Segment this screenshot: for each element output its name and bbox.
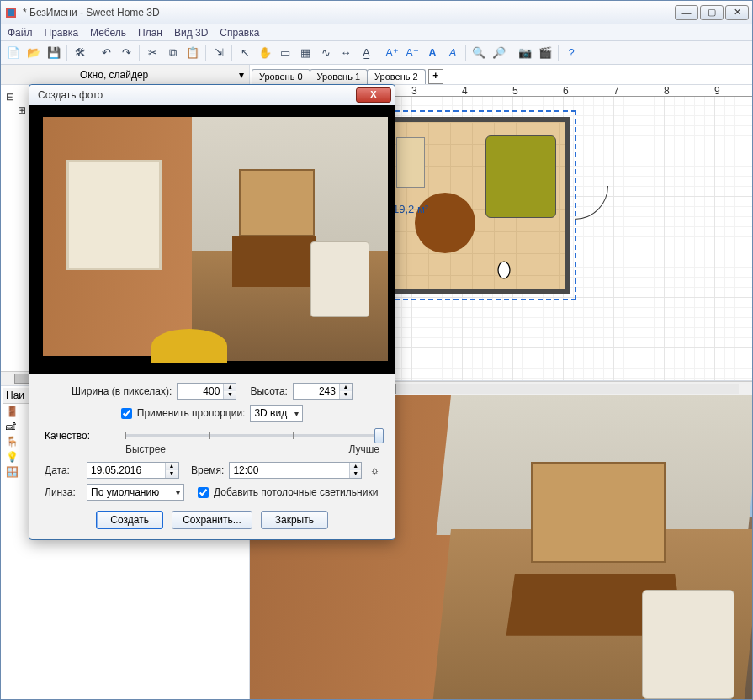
cut-icon[interactable]: ✂: [143, 44, 162, 62]
dialog-titlebar[interactable]: Создать фото X: [29, 85, 395, 105]
menu-plan[interactable]: План: [138, 27, 162, 38]
level-tab-1[interactable]: Уровень 1: [310, 69, 369, 84]
time-label: Время:: [191, 464, 224, 476]
create-dimensions-icon[interactable]: ↔: [337, 44, 355, 62]
spin-up-icon[interactable]: ▲: [166, 463, 178, 470]
titlebar[interactable]: * БезИмени - Sweet Home 3D — ▢ ✕: [1, 1, 752, 24]
height-label: Высота:: [250, 385, 288, 397]
tree-toggle-icon[interactable]: ⊟: [6, 91, 14, 103]
text-minus-icon[interactable]: A⁻: [403, 44, 422, 62]
level-tab-0[interactable]: Уровень 0: [252, 69, 310, 84]
create-photo-dialog: Создать фото X Ширина (в пикселах):: [29, 84, 395, 540]
ceiling-lights-checkbox[interactable]: [198, 487, 209, 498]
help-icon[interactable]: ?: [562, 44, 581, 62]
menu-edit[interactable]: Правка: [45, 27, 79, 38]
time-input[interactable]: ▲▼: [229, 462, 362, 479]
date-label: Дата:: [45, 464, 82, 476]
sun-icon[interactable]: ☼: [370, 464, 379, 476]
date-field[interactable]: [87, 463, 165, 478]
zoom-in-icon[interactable]: 🔍: [469, 44, 488, 62]
maximize-button[interactable]: ▢: [700, 5, 724, 20]
add-furniture-icon[interactable]: ⇲: [209, 44, 228, 62]
create-polyline-icon[interactable]: ∿: [316, 44, 335, 62]
svg-point-2: [498, 262, 510, 278]
dialog-title: Создать фото: [33, 89, 356, 101]
apply-ratio-checkbox[interactable]: [121, 408, 132, 419]
pan-icon[interactable]: ✋: [256, 44, 274, 62]
minimize-button[interactable]: —: [675, 5, 698, 20]
create-walls-icon[interactable]: ▭: [276, 44, 294, 62]
furniture-table[interactable]: [415, 193, 475, 253]
ceiling-lights-label: Добавить потолочные светильники: [214, 486, 378, 498]
camera-icon[interactable]: [494, 260, 514, 280]
text-bold-icon[interactable]: A: [423, 44, 442, 62]
save-button[interactable]: Сохранить...: [172, 511, 252, 529]
quality-fast-label: Быстрее: [125, 443, 166, 455]
close-button[interactable]: ✕: [725, 5, 749, 20]
select-icon[interactable]: ↖: [236, 44, 254, 62]
prefs-icon[interactable]: 🛠: [71, 44, 89, 62]
tree-toggle-icon[interactable]: ⊞: [18, 104, 26, 116]
width-label: Ширина (в пикселах):: [72, 385, 172, 397]
height-field[interactable]: [294, 384, 339, 399]
dialog-close-button[interactable]: X: [356, 88, 391, 103]
height-input[interactable]: ▲▼: [293, 383, 353, 400]
level-add-button[interactable]: +: [428, 69, 443, 84]
text-plus-icon[interactable]: A⁺: [383, 44, 401, 62]
spin-up-icon[interactable]: ▲: [350, 463, 361, 470]
apply-ratio-label: Применить пропорции:: [137, 407, 246, 419]
width-input[interactable]: ▲▼: [177, 383, 236, 400]
toolbar: 📄 📂 💾 🛠 ↶ ↷ ✂ ⧉ 📋 ⇲ ↖ ✋ ▭ ▦ ∿ ↔ A̲ A⁺ A⁻…: [1, 41, 752, 65]
paste-icon[interactable]: 📋: [183, 44, 202, 62]
photo-preview: [29, 105, 395, 374]
spin-down-icon[interactable]: ▼: [350, 470, 361, 478]
create-button[interactable]: Создать: [96, 511, 163, 529]
room-area-label: 19,2 м²: [393, 203, 428, 215]
door-right: [575, 186, 608, 220]
svg-rect-1: [8, 9, 14, 16]
text-italic-icon[interactable]: A: [443, 44, 462, 62]
spin-down-icon[interactable]: ▼: [340, 391, 352, 399]
width-field[interactable]: [178, 384, 223, 399]
quality-slider[interactable]: [125, 434, 379, 438]
close-dialog-button[interactable]: Закрыть: [261, 511, 328, 529]
menu-help[interactable]: Справка: [220, 27, 259, 38]
chevron-down-icon[interactable]: ▾: [234, 69, 249, 81]
create-text-icon[interactable]: A̲: [357, 44, 375, 62]
new-icon[interactable]: 📄: [4, 44, 23, 62]
menu-file[interactable]: Файл: [8, 27, 33, 38]
save-icon[interactable]: 💾: [45, 44, 63, 62]
spin-up-icon[interactable]: ▲: [340, 384, 352, 391]
menubar: Файл Правка Мебель План Вид 3D Справка: [1, 24, 752, 41]
window-title: * БезИмени - Sweet Home 3D: [23, 7, 675, 19]
video-icon[interactable]: 🎬: [536, 44, 554, 62]
app-icon: [4, 6, 18, 19]
photo-icon[interactable]: 📷: [516, 44, 534, 62]
menu-furniture[interactable]: Мебель: [90, 27, 126, 38]
ratio-select[interactable]: 3D вид: [250, 405, 303, 422]
undo-icon[interactable]: ↶: [97, 44, 115, 62]
furniture-desk[interactable]: [396, 137, 425, 188]
slider-thumb[interactable]: [374, 428, 384, 443]
lens-label: Линза:: [45, 486, 82, 498]
lens-select[interactable]: По умолчанию: [87, 484, 184, 501]
level-tab-2[interactable]: Уровень 2: [367, 69, 426, 84]
quality-best-label: Лучше: [348, 443, 379, 455]
menu-view3d[interactable]: Вид 3D: [174, 27, 208, 38]
quality-label: Качество:: [45, 430, 117, 442]
time-field[interactable]: [230, 463, 349, 478]
furniture-sofa[interactable]: [485, 135, 556, 218]
copy-icon[interactable]: ⧉: [163, 44, 182, 62]
zoom-out-icon[interactable]: 🔎: [490, 44, 508, 62]
furniture-header: Окно, слайдер: [80, 69, 234, 81]
level-tabs: Уровень 0 Уровень 1 Уровень 2 +: [250, 65, 443, 84]
spin-up-icon[interactable]: ▲: [224, 384, 236, 391]
date-input[interactable]: ▲▼: [87, 462, 179, 479]
redo-icon[interactable]: ↷: [117, 44, 135, 62]
spin-down-icon[interactable]: ▼: [166, 470, 178, 478]
create-rooms-icon[interactable]: ▦: [296, 44, 315, 62]
spin-down-icon[interactable]: ▼: [224, 391, 236, 399]
open-icon[interactable]: 📂: [24, 44, 43, 62]
